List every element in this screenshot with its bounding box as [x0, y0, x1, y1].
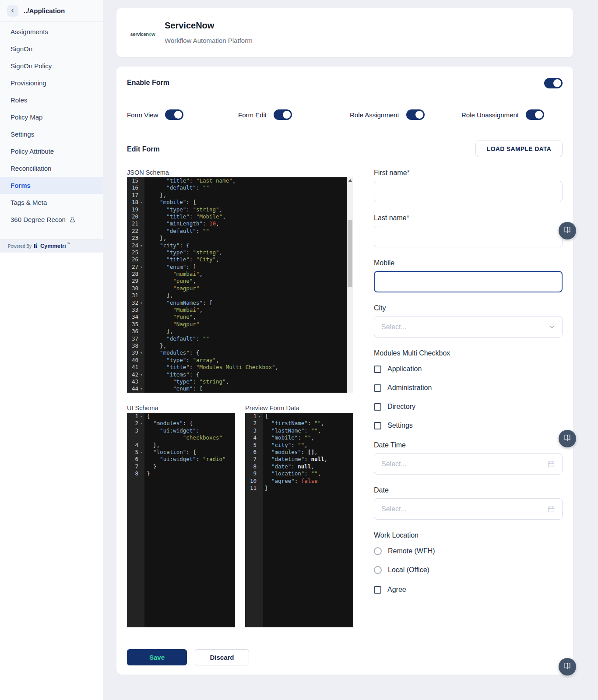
- toggle-label: Role Assignment: [350, 111, 399, 119]
- fold-arrow-icon[interactable]: ▾: [138, 264, 144, 271]
- last-name-input[interactable]: [374, 226, 563, 247]
- sidebar-item-provisioning[interactable]: Provisioning: [0, 74, 103, 91]
- checkbox-application[interactable]: Application: [374, 365, 563, 373]
- fold-arrow-icon[interactable]: ▾: [257, 413, 263, 420]
- save-button[interactable]: Save: [127, 649, 187, 665]
- form-edit-toggle[interactable]: [274, 109, 292, 120]
- docs-fab-top[interactable]: [559, 222, 576, 239]
- app-header-card: servicenow ServiceNow Workflow Automatio…: [116, 8, 573, 57]
- load-sample-data-button[interactable]: LOAD SAMPLE DATA: [475, 141, 563, 157]
- fold-arrow-icon[interactable]: ▾: [138, 199, 144, 206]
- fold-arrow-icon[interactable]: ▾: [138, 449, 144, 456]
- toggle-group-form-view: Form View: [127, 109, 183, 120]
- fold-arrow-icon[interactable]: ▾: [138, 413, 144, 420]
- discard-button[interactable]: Discard: [195, 649, 249, 665]
- field-label: Mobile: [374, 259, 563, 267]
- code-line: 8 "date": null,: [245, 463, 353, 470]
- sidebar-item-label: Provisioning: [11, 79, 46, 87]
- sidebar-top: ../Application AssignmentsSignOnSignOn P…: [0, 0, 103, 253]
- code-line: 2 "firstName": "",: [245, 420, 353, 427]
- checkbox-directory[interactable]: Directory: [374, 403, 563, 411]
- role-assignment-toggle[interactable]: [406, 109, 425, 120]
- scrollbar-thumb[interactable]: [348, 220, 352, 287]
- code-line: 33 "Mumbai",: [127, 306, 353, 313]
- enable-form-toggle[interactable]: [544, 78, 563, 88]
- code-line: 11}: [245, 485, 353, 492]
- sidebar-item-tags-meta[interactable]: Tags & Meta: [0, 194, 103, 211]
- code-line: 35 "Nagpur": [127, 321, 353, 328]
- checkbox-control[interactable]: [374, 586, 381, 594]
- sidebar-item-roles[interactable]: Roles: [0, 91, 103, 109]
- docs-fab-middle[interactable]: [559, 430, 576, 447]
- sidebar-item-assignments[interactable]: Assignments: [0, 23, 103, 40]
- code-line: 1▾{: [245, 413, 353, 420]
- option-label: Administration: [387, 384, 432, 392]
- field-label: Last name*: [374, 214, 563, 222]
- code-line: 6 "modules": [],: [245, 449, 353, 456]
- sidebar-item-settings[interactable]: Settings: [0, 126, 103, 143]
- book-icon: [563, 433, 572, 444]
- placeholder-text: Select...: [381, 460, 407, 468]
- code-line: 37 "default": "": [127, 335, 353, 342]
- flask-icon: [69, 216, 76, 223]
- docs-fab-bottom[interactable]: [559, 658, 576, 675]
- code-line: 5 "city": "",: [245, 442, 353, 449]
- option-label: Settings: [387, 422, 413, 429]
- sidebar-item-signon[interactable]: SignOn: [0, 40, 103, 57]
- radio-control[interactable]: [374, 566, 382, 574]
- scroll-up-arrow-icon[interactable]: [348, 179, 352, 182]
- radio-control[interactable]: [374, 547, 382, 555]
- radio-remote-wfh[interactable]: Remote (WFH): [374, 547, 563, 555]
- sidebar-item-label: Forms: [11, 182, 31, 189]
- field-group-agree: Agree: [374, 586, 563, 594]
- role-unassignment-toggle[interactable]: [526, 109, 544, 120]
- fold-arrow-icon[interactable]: ▾: [138, 242, 144, 249]
- mobile-input[interactable]: [374, 271, 563, 292]
- form-view-toggle[interactable]: [165, 109, 183, 120]
- sidebar-item-label: SignOn: [11, 45, 32, 53]
- editor-scrollbar[interactable]: [347, 177, 353, 393]
- fold-arrow-icon[interactable]: ▾: [138, 349, 144, 356]
- checkbox-control[interactable]: [374, 403, 381, 411]
- sidebar-item-360-degree-recon[interactable]: 360 Degree Recon: [0, 211, 103, 228]
- fold-arrow-icon[interactable]: ▾: [138, 299, 144, 306]
- ui-schema-editor[interactable]: 1▾{2▾ "modules": {3 "ui:widget": "checkb…: [127, 413, 235, 627]
- preview-form-data-editor[interactable]: 1▾{2 "firstName": "",3 "lastName": "",4 …: [245, 413, 353, 627]
- code-line: 7 }: [127, 463, 235, 470]
- radio-local-office[interactable]: Local (Office): [374, 566, 563, 574]
- code-line: 41 "title": "Modules Multi Checkbox",: [127, 364, 353, 371]
- preview-form: First name*Last name*MobileCitySelect...…: [374, 169, 563, 605]
- field-group-last-name: Last name*: [374, 214, 563, 247]
- code-line: 9 "location": "",: [245, 470, 353, 477]
- sidebar-item-label: Policy Map: [11, 113, 42, 121]
- first-name-input[interactable]: [374, 181, 563, 202]
- sidebar-item-policy-map[interactable]: Policy Map: [0, 109, 103, 126]
- date-time-select[interactable]: Select...: [374, 453, 563, 475]
- city-select[interactable]: Select...: [374, 316, 563, 338]
- fold-arrow-icon[interactable]: ▾: [138, 420, 144, 427]
- fold-arrow-icon[interactable]: ▾: [138, 371, 144, 378]
- checkbox-control[interactable]: [374, 422, 381, 429]
- breadcrumb: ../Application: [24, 7, 65, 14]
- sidebar-item-policy-attribute[interactable]: Policy Attribute: [0, 143, 103, 160]
- sidebar-item-signon-policy[interactable]: SignOn Policy: [0, 57, 103, 74]
- sidebar-item-forms[interactable]: Forms: [0, 177, 103, 194]
- checkbox-administration[interactable]: Administration: [374, 384, 563, 392]
- checkbox-control[interactable]: [374, 366, 381, 373]
- sidebar-item-reconciliation[interactable]: Reconciliation: [0, 160, 103, 177]
- code-line: 25 "type": "string",: [127, 249, 353, 256]
- ui-schema-label: UI Schema: [127, 405, 158, 412]
- checkbox-agree[interactable]: Agree: [374, 586, 563, 594]
- code-line: 30 "nagpur": [127, 285, 353, 292]
- date-select[interactable]: Select...: [374, 498, 563, 520]
- back-button[interactable]: [7, 5, 18, 17]
- checkbox-settings[interactable]: Settings: [374, 422, 563, 429]
- powered-by-strip: Powered By Cymmetri ™: [0, 239, 103, 253]
- field-group-date-time: Date TimeSelect...: [374, 441, 563, 475]
- json-schema-editor[interactable]: 15 "title": "Last name",16 "default": ""…: [127, 177, 353, 393]
- code-line: 2▾ "modules": {: [127, 420, 235, 427]
- fold-arrow-icon[interactable]: ▾: [138, 385, 144, 392]
- sidebar-item-label: 360 Degree Recon: [11, 216, 66, 223]
- checkbox-control[interactable]: [374, 384, 381, 392]
- code-line: 6 "ui:widget": "radio": [127, 456, 235, 463]
